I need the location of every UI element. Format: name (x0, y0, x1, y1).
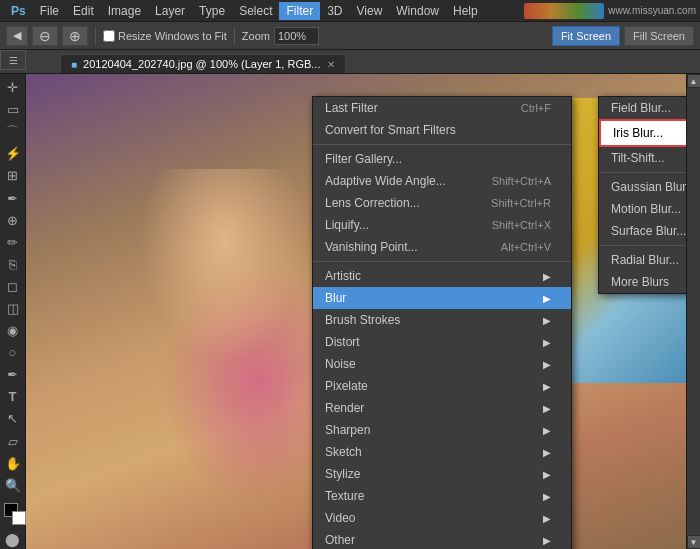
menubar-layer[interactable]: Layer (148, 2, 192, 20)
resize-windows-label: Resize Windows to Fit (118, 30, 227, 42)
zoom-label: Zoom (242, 30, 270, 42)
menubar-edit[interactable]: Edit (66, 2, 101, 20)
menubar-filter[interactable]: Filter (279, 2, 320, 20)
lasso-tool[interactable]: ⌒ (2, 122, 24, 141)
menu-radial-blur[interactable]: Radial Blur... (599, 249, 686, 271)
menubar-image[interactable]: Image (101, 2, 148, 20)
menu-sketch[interactable]: Sketch ▶ (313, 441, 571, 463)
filter-menu: Last Filter Ctrl+F Convert for Smart Fil… (312, 96, 572, 549)
toolbar: ◀ ⊖ ⊕ Resize Windows to Fit Zoom Fit Scr… (0, 22, 700, 50)
toolbar-sep-1 (95, 27, 96, 45)
menu-stylize[interactable]: Stylize ▶ (313, 463, 571, 485)
menubar-help[interactable]: Help (446, 2, 485, 20)
menubar-type[interactable]: Type (192, 2, 232, 20)
menu-more-blurs[interactable]: More Blurs ▶ (599, 271, 686, 293)
blur-sep2 (599, 245, 686, 246)
path-select-tool[interactable]: ↖ (2, 409, 24, 428)
menubar-3d[interactable]: 3D (320, 2, 349, 20)
blur-sep1 (599, 172, 686, 173)
move-tool[interactable]: ✛ (2, 78, 24, 97)
blur-submenu: Field Blur... Iris Blur... Tilt-Shift...… (598, 96, 686, 294)
tabbar: ☰ ■ 20120404_202740.jpg @ 100% (Layer 1,… (0, 50, 700, 74)
shape-tool[interactable]: ▱ (2, 432, 24, 451)
menu-motion-blur[interactable]: Motion Blur... (599, 198, 686, 220)
menubar-window[interactable]: Window (389, 2, 446, 20)
zoom-input[interactable] (274, 27, 319, 45)
menu-sharpen[interactable]: Sharpen ▶ (313, 419, 571, 441)
eraser-tool[interactable]: ◻ (2, 277, 24, 296)
menubar-file[interactable]: File (33, 2, 66, 20)
tab-icon: ■ (71, 59, 77, 70)
sep2 (313, 261, 571, 262)
eyedropper-tool[interactable]: ✒ (2, 188, 24, 207)
healing-tool[interactable]: ⊕ (2, 211, 24, 230)
menu-distort[interactable]: Distort ▶ (313, 331, 571, 353)
menu-render[interactable]: Render ▶ (313, 397, 571, 419)
menu-filter-gallery[interactable]: Filter Gallery... (313, 148, 571, 170)
menubar-ps[interactable]: Ps (4, 2, 33, 20)
menu-liquify[interactable]: Liquify... Shift+Ctrl+X (313, 214, 571, 236)
menu-convert-smart[interactable]: Convert for Smart Filters (313, 119, 571, 141)
menubar: Ps File Edit Image Layer Type Select Fil… (0, 0, 700, 22)
fit-screen-button[interactable]: Fit Screen (552, 26, 620, 46)
menu-surface-blur[interactable]: Surface Blur... (599, 220, 686, 242)
blur-tool[interactable]: ◉ (2, 321, 24, 340)
toolbar-back-btn[interactable]: ◀ (6, 26, 28, 46)
type-tool[interactable]: T (2, 387, 24, 406)
menu-vanishing-point[interactable]: Vanishing Point... Alt+Ctrl+V (313, 236, 571, 258)
tools-panel: ✛ ▭ ⌒ ⚡ ⊞ ✒ ⊕ ✏ ⎘ ◻ ◫ ◉ ○ ✒ T ↖ ▱ ✋ 🔍 ⬤ (0, 74, 26, 549)
resize-windows-check[interactable]: Resize Windows to Fit (103, 30, 227, 42)
pen-tool[interactable]: ✒ (2, 365, 24, 384)
document-tab[interactable]: ■ 20120404_202740.jpg @ 100% (Layer 1, R… (60, 54, 346, 73)
quick-mask-tool[interactable]: ⬤ (2, 530, 24, 549)
tab-title: 20120404_202740.jpg @ 100% (Layer 1, RGB… (83, 58, 320, 70)
brush-tool[interactable]: ✏ (2, 233, 24, 252)
menu-lens-correction[interactable]: Lens Correction... Shift+Ctrl+R (313, 192, 571, 214)
menubar-view[interactable]: View (350, 2, 390, 20)
scroll-down-btn[interactable]: ▼ (688, 536, 700, 548)
crop-tool[interactable]: ⊞ (2, 166, 24, 185)
toolbar-zoom-in-btn[interactable]: ⊕ (62, 26, 88, 46)
fill-screen-button[interactable]: Fill Screen (624, 26, 694, 46)
menu-last-filter[interactable]: Last Filter Ctrl+F (313, 97, 571, 119)
menu-noise[interactable]: Noise ▶ (313, 353, 571, 375)
menu-tilt-shift[interactable]: Tilt-Shift... (599, 147, 686, 169)
right-panel: ▲ ▼ (686, 74, 700, 549)
menu-video[interactable]: Video ▶ (313, 507, 571, 529)
clone-tool[interactable]: ⎘ (2, 255, 24, 274)
menu-other[interactable]: Other ▶ (313, 529, 571, 549)
zoom-tool[interactable]: 🔍 (2, 476, 24, 495)
hand-tool[interactable]: ✋ (2, 454, 24, 473)
marquee-tool[interactable]: ▭ (2, 100, 24, 119)
menu-gaussian-blur[interactable]: Gaussian Blur... (599, 176, 686, 198)
menu-blur[interactable]: Blur ▶ (313, 287, 571, 309)
menu-pixelate[interactable]: Pixelate ▶ (313, 375, 571, 397)
menu-field-blur[interactable]: Field Blur... (599, 97, 686, 119)
sep1 (313, 144, 571, 145)
tab-close-icon[interactable]: ✕ (327, 59, 335, 70)
canvas-area: Last Filter Ctrl+F Convert for Smart Fil… (26, 74, 686, 549)
menu-brush-strokes[interactable]: Brush Strokes ▶ (313, 309, 571, 331)
foreground-bg-colors[interactable] (2, 501, 24, 527)
toolbar-sep-2 (234, 27, 235, 45)
dodge-tool[interactable]: ○ (2, 343, 24, 362)
menubar-select[interactable]: Select (232, 2, 279, 20)
toolbar-zoom-out-btn[interactable]: ⊖ (32, 26, 58, 46)
gradient-tool[interactable]: ◫ (2, 299, 24, 318)
scroll-up-btn[interactable]: ▲ (688, 75, 700, 87)
menu-texture[interactable]: Texture ▶ (313, 485, 571, 507)
menu-adaptive-wide[interactable]: Adaptive Wide Angle... Shift+Ctrl+A (313, 170, 571, 192)
main-area: ✛ ▭ ⌒ ⚡ ⊞ ✒ ⊕ ✏ ⎘ ◻ ◫ ◉ ○ ✒ T ↖ ▱ ✋ 🔍 ⬤ (0, 74, 700, 549)
magic-wand-tool[interactable]: ⚡ (2, 144, 24, 163)
menu-artistic[interactable]: Artistic ▶ (313, 265, 571, 287)
menu-iris-blur[interactable]: Iris Blur... (599, 119, 686, 147)
